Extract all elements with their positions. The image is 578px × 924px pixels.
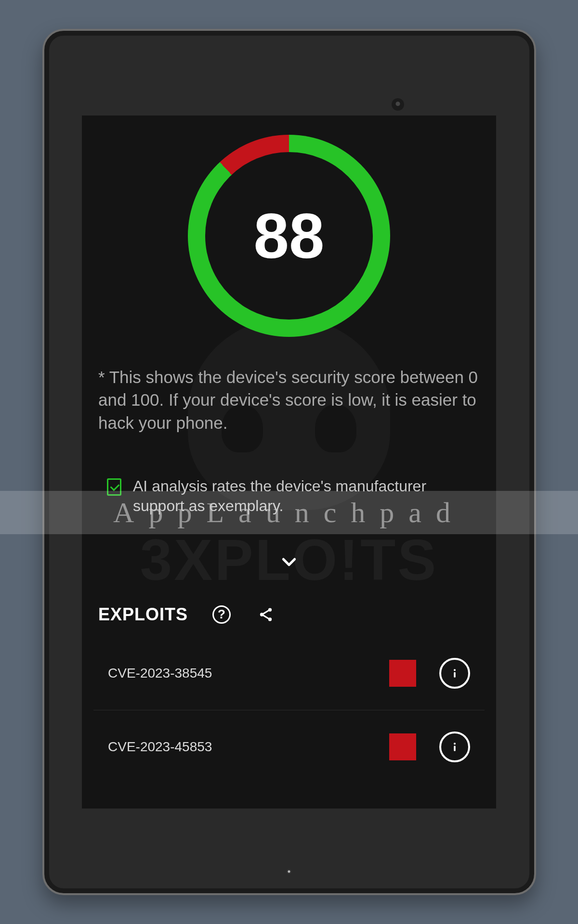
exploit-id: CVE-2023-45853 [108, 739, 389, 755]
tablet-frame: 3XPLO!TS 88 * This shows the device's se… [42, 29, 536, 895]
severity-indicator [389, 660, 416, 687]
svg-line-4 [263, 615, 268, 618]
chevron-down-icon[interactable] [279, 552, 299, 574]
share-icon [258, 606, 274, 623]
help-button[interactable]: ? [211, 604, 232, 625]
app-screen: 3XPLO!TS 88 * This shows the device's se… [82, 116, 496, 808]
exploit-row[interactable]: CVE-2023-45853 [93, 710, 485, 783]
share-button[interactable] [255, 604, 276, 625]
score-gauge: 88 [188, 135, 390, 337]
help-icon: ? [212, 605, 231, 624]
exploit-id: CVE-2023-38545 [108, 666, 389, 681]
score-section: 88 [82, 116, 496, 337]
ai-analysis-text: AI analysis rates the device's manufactu… [133, 476, 477, 516]
info-button[interactable] [439, 732, 470, 762]
score-value: 88 [188, 135, 390, 337]
expand-row[interactable] [82, 528, 496, 589]
svg-rect-6 [454, 672, 456, 677]
info-button[interactable] [439, 658, 470, 689]
checklist-icon [107, 478, 121, 496]
home-indicator [287, 869, 291, 874]
severity-indicator [389, 733, 416, 760]
exploits-header: EXPLOITS ? [82, 589, 496, 637]
exploit-row[interactable]: CVE-2023-38545 [93, 637, 485, 710]
ai-analysis-row: AI analysis rates the device's manufactu… [82, 444, 496, 528]
info-icon [447, 740, 462, 754]
svg-point-5 [454, 669, 456, 671]
info-icon [447, 666, 462, 680]
camera-dot [392, 98, 404, 111]
exploit-list: CVE-2023-38545 CVE-2023-45853 [82, 637, 496, 783]
score-description: * This shows the device's security score… [82, 337, 496, 444]
exploits-title: EXPLOITS [98, 604, 188, 625]
svg-line-3 [263, 610, 268, 614]
svg-rect-8 [454, 745, 456, 751]
svg-point-7 [454, 743, 456, 744]
